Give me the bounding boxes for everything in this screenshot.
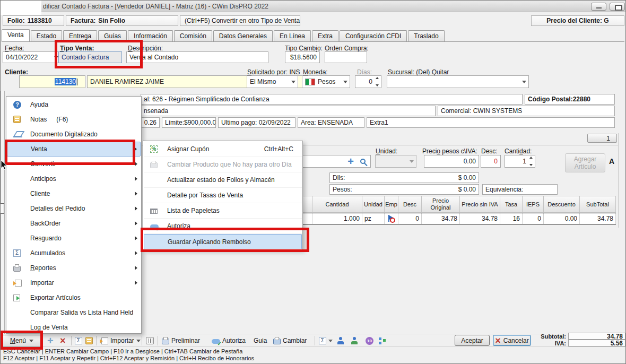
acumulados-button[interactable] xyxy=(75,336,82,345)
add-row-button[interactable] xyxy=(47,336,54,345)
descripcion-field[interactable]: Venta al Contado xyxy=(126,51,268,63)
tab-informacion[interactable]: Información xyxy=(128,30,173,41)
menu-item-acumulados[interactable]: Acumulados xyxy=(7,246,141,261)
chevron-down-icon[interactable] xyxy=(343,81,347,83)
chevron-down-icon xyxy=(136,340,141,342)
tab-configuracion-cfdi[interactable]: Configuración CFDI xyxy=(340,30,407,41)
vendor-edit-button[interactable] xyxy=(337,336,345,345)
solicitado-select[interactable]: El Mismo xyxy=(247,75,298,88)
menu-item-detalle-por-tasas-de-venta[interactable]: Detalle por Tasas de Venta xyxy=(144,188,302,203)
chevron-down-icon[interactable] xyxy=(522,81,526,83)
chevron-down-icon[interactable] xyxy=(291,81,295,83)
menu-item-exportar-articulos[interactable]: Exportar Artículos xyxy=(7,290,141,305)
submenu-arrow-icon xyxy=(135,281,137,285)
import-icon xyxy=(15,280,22,287)
cell-precio-original: 34.78 xyxy=(422,213,460,224)
precio-field[interactable]: 0.00 xyxy=(424,155,479,168)
preview-icon xyxy=(162,339,169,344)
orden-compra-field[interactable] xyxy=(325,51,367,63)
tipo-cambio-field[interactable]: $18.5600 xyxy=(285,51,320,63)
menu-item-reportes[interactable]: Reportes xyxy=(7,261,141,275)
menu-item-importar[interactable]: Importar xyxy=(7,275,141,290)
menu-item-autoriza[interactable]: Autoriza xyxy=(144,219,302,234)
guia-button[interactable]: Guia xyxy=(254,336,267,345)
desc-value: 0 xyxy=(494,158,498,165)
cliente-code-field[interactable]: 114130 xyxy=(19,75,85,88)
cantidad-stepper[interactable]: 1 xyxy=(505,155,535,168)
menu-item-documento-digitalizado[interactable]: Documento Digitalizado xyxy=(7,127,141,142)
autoriza-button[interactable]: Autoriza xyxy=(212,336,246,345)
aceptar-button[interactable]: Aceptar xyxy=(455,335,490,346)
moneda-label: Moneda: xyxy=(303,68,328,76)
right-panel-divider xyxy=(618,133,619,228)
tab-guias[interactable]: Guías xyxy=(98,30,127,41)
ten-button[interactable] xyxy=(366,336,373,345)
dias-stepper[interactable]: 0 xyxy=(355,75,381,88)
unidad-select[interactable] xyxy=(375,155,416,168)
area-field: Area: ENSENADA xyxy=(298,117,364,128)
window-title: dificar Contado Factura - [Vendedor DANI… xyxy=(43,3,268,10)
sum-dropdown-button[interactable] xyxy=(319,336,333,345)
tab-datos-generales[interactable]: Datos Generales xyxy=(213,30,273,41)
search-articulo-icon[interactable] xyxy=(360,159,366,164)
menu-button[interactable]: Menú xyxy=(2,335,41,346)
org-button[interactable] xyxy=(378,336,386,345)
notas-button[interactable] xyxy=(85,336,93,345)
person-table-icon xyxy=(351,337,359,345)
step-down-icon[interactable] xyxy=(376,84,379,86)
step-up-icon[interactable] xyxy=(376,77,379,79)
cambiar-label: Cambiar xyxy=(283,337,307,344)
tab-entrega[interactable]: Entrega xyxy=(63,30,97,41)
add-articulo-icon[interactable] xyxy=(347,158,354,165)
menu-item-backorder[interactable]: BackOrder xyxy=(7,216,141,231)
menu-item-log-de-venta[interactable]: Log de Venta xyxy=(7,320,141,335)
convert-hint-box[interactable]: (Ctrl+F5) Convertir en otro Tipo de Vent… xyxy=(180,15,300,26)
tab-venta[interactable]: Venta xyxy=(2,29,30,41)
tab-extra[interactable]: Extra xyxy=(312,30,338,41)
limite-label: Límite: xyxy=(165,119,184,126)
mouse-cursor xyxy=(1,160,8,170)
moneda-select[interactable]: Pesos xyxy=(302,75,350,88)
menu-item-lista-de-papeletas[interactable]: Lista de Papeletas xyxy=(144,203,302,219)
tab-estado[interactable]: Estado xyxy=(31,30,62,41)
fecha-field[interactable]: 04/10/2022 xyxy=(3,51,61,63)
tab-traslado[interactable]: Traslado xyxy=(408,30,444,41)
menu-item-cliente[interactable]: Cliente xyxy=(7,186,141,201)
menu-item-actualizar-estado-de-folios-y-almacen[interactable]: Actualizar estado de Folios y Almacén xyxy=(144,172,302,188)
extra1-field: Extra1 xyxy=(367,117,615,128)
sucursal-select[interactable] xyxy=(387,75,529,88)
minimize-button[interactable] xyxy=(591,3,606,11)
cell-subtotal: 34.78 xyxy=(580,213,616,224)
step-up-icon[interactable] xyxy=(529,157,533,159)
step-down-icon[interactable] xyxy=(529,164,533,166)
barcode-button[interactable] xyxy=(146,336,154,345)
moneda-value: Pesos xyxy=(318,78,335,85)
tipo-venta-field[interactable]: Contado Factura xyxy=(58,51,122,63)
menu-item-comparar-salida-vs-lista-hand-held[interactable]: Comparar Salida vs Lista Hand Held xyxy=(7,305,141,320)
tab-comision[interactable]: Comisión xyxy=(174,30,212,41)
delete-row-button[interactable] xyxy=(60,336,66,345)
vendor-table-button[interactable] xyxy=(351,336,359,345)
chevron-down-icon xyxy=(410,160,414,163)
chevron-down-icon[interactable] xyxy=(54,56,58,59)
submenu-arrow-icon xyxy=(135,236,137,240)
menu-item-notas[interactable]: Notas(F6) xyxy=(7,112,141,127)
page-badge[interactable]: 1 xyxy=(587,134,617,143)
menu-item-ayuda[interactable]: Ayuda xyxy=(7,97,141,112)
agregar-articulo-button[interactable]: Agregar Artículo xyxy=(565,153,605,172)
menu-item-detalles-del-pedido[interactable]: Detalles del Pedido xyxy=(7,201,141,216)
menu-item-anticipos[interactable]: Anticipos xyxy=(7,171,141,186)
preliminar-button[interactable]: Preliminar xyxy=(162,336,200,345)
menu-item-resguardo[interactable]: Resguardo xyxy=(7,231,141,246)
tab-en-linea[interactable]: En Línea xyxy=(274,30,311,41)
menu-item-venta[interactable]: Venta xyxy=(7,142,141,157)
autoriza-icon xyxy=(150,224,159,229)
menu-item-guardar-aplicando-rembolso[interactable]: Guardar Aplicando Rembolso xyxy=(144,234,302,249)
menu-item-asignar-cupon[interactable]: Asignar CupónCtrl+Alt+C xyxy=(144,142,302,157)
desc-field[interactable]: 0 xyxy=(481,155,501,168)
menu-item-convertir[interactable]: Convertir xyxy=(7,157,141,171)
maximize-button[interactable] xyxy=(610,3,625,11)
importar-button[interactable]: Importar xyxy=(100,336,141,345)
col-header-cantidad: Cantidad xyxy=(312,196,362,212)
cambiar-button[interactable]: Cambiar xyxy=(273,336,307,345)
